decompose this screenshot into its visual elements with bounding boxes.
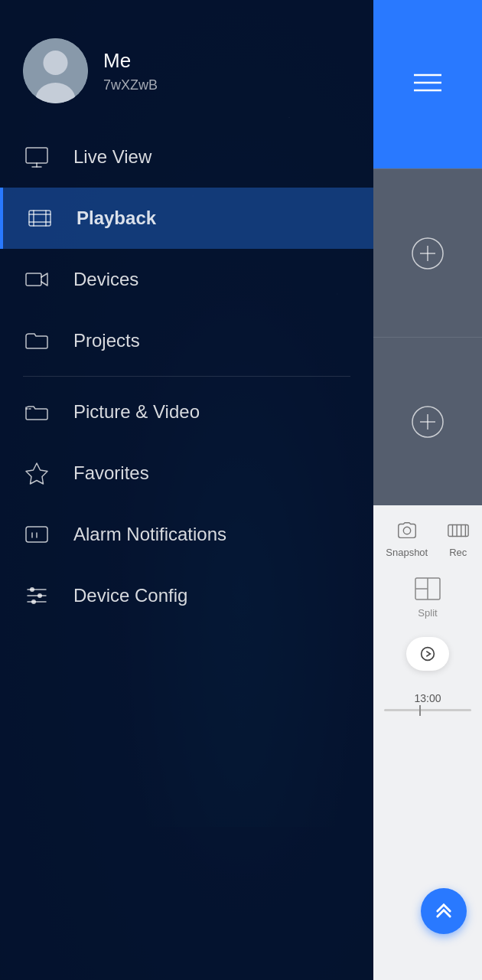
film-icon	[26, 204, 54, 232]
svg-rect-3	[26, 148, 47, 163]
picture-video-label: Picture & Video	[73, 401, 200, 423]
split-label: Split	[418, 607, 437, 619]
svg-rect-11	[26, 273, 41, 286]
svg-rect-6	[29, 211, 50, 226]
star-icon	[23, 459, 50, 487]
video-camera-icon	[23, 266, 50, 293]
alarm-notifications-label: Alarm Notifications	[73, 524, 226, 545]
playback-label: Playback	[77, 207, 156, 229]
record-button[interactable]: Rec	[447, 519, 470, 558]
sidebar-item-picture-video[interactable]: Picture & Video	[0, 381, 373, 443]
alarm-icon	[23, 521, 50, 548]
device-config-label: Device Config	[73, 585, 187, 606]
projects-label: Projects	[73, 330, 140, 351]
nav-divider	[23, 376, 350, 377]
live-view-label: Live View	[73, 146, 151, 168]
timeline-time: 13:00	[379, 692, 476, 704]
timeline-bar	[384, 709, 471, 711]
sliders-icon	[23, 582, 50, 609]
hamburger-icon	[414, 72, 441, 96]
profile-info: Me 7wXZwB	[103, 49, 158, 93]
favorites-label: Favorites	[73, 462, 149, 484]
fab-button[interactable]	[421, 888, 467, 934]
svg-point-40	[422, 648, 435, 661]
svg-point-20	[37, 593, 42, 598]
svg-point-31	[403, 527, 410, 534]
snapshot-label: Snapshot	[386, 547, 428, 558]
sidebar-item-playback[interactable]: Playback	[0, 188, 373, 249]
snapshot-button[interactable]: Snapshot	[386, 519, 428, 558]
profile-section[interactable]: Me 7wXZwB	[0, 0, 373, 126]
devices-label: Devices	[73, 269, 138, 290]
sidebar-item-projects[interactable]: Projects	[0, 310, 373, 371]
sidebar-item-favorites[interactable]: Favorites	[0, 443, 373, 504]
plus-circle-icon-1	[409, 235, 446, 272]
svg-point-1	[44, 51, 68, 75]
monitor-icon	[23, 143, 50, 171]
right-panel: Snapshot Rec Split	[373, 0, 482, 980]
profile-id: 7wXZwB	[103, 77, 158, 93]
timeline-container: 13:00	[373, 683, 482, 720]
playback-toggle-button[interactable]	[406, 637, 449, 671]
sidebar-item-live-view[interactable]: Live View	[0, 126, 373, 188]
svg-point-21	[31, 599, 36, 604]
add-channel-button-1[interactable]	[373, 168, 482, 337]
svg-point-19	[30, 587, 34, 592]
record-label: Rec	[449, 547, 467, 558]
sidebar-item-device-config[interactable]: Device Config	[0, 565, 373, 626]
add-channel-button-2[interactable]	[373, 337, 482, 505]
sidebar-item-alarm-notifications[interactable]: Alarm Notifications	[0, 504, 373, 565]
menu-button[interactable]	[373, 0, 482, 168]
svg-marker-12	[26, 463, 47, 484]
plus-circle-icon-2	[409, 403, 446, 440]
sidebar-item-devices[interactable]: Devices	[0, 249, 373, 310]
avatar	[23, 38, 88, 103]
folder-open-icon	[23, 398, 50, 426]
split-button[interactable]: Split	[408, 569, 448, 625]
playback-controls-row: Snapshot Rec	[373, 513, 482, 564]
sidebar: Me 7wXZwB Live View Playback	[0, 0, 373, 980]
nav-list: Live View Playback	[0, 126, 373, 980]
folder-icon	[23, 327, 50, 354]
profile-name: Me	[103, 49, 158, 73]
timeline-marker	[419, 705, 421, 716]
